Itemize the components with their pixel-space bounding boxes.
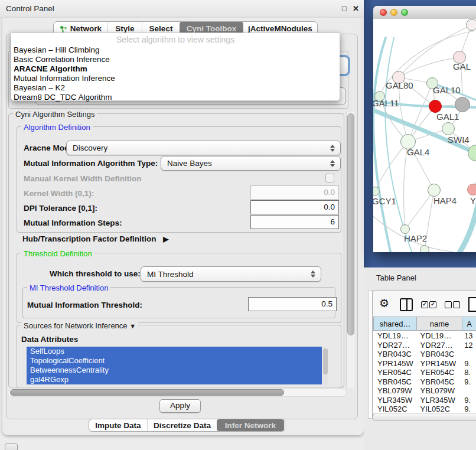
- table-horizontal-scrollbar[interactable]: [373, 413, 476, 421]
- hub-definition-label: Hub/Transcription Factor Definition: [22, 234, 157, 243]
- table-row[interactable]: YBR045CYBR045C9.: [373, 377, 476, 387]
- network-canvas[interactable]: GAL GAL80 GAL10 GAL11 GAL1 SWI4 GAL4 GCY…: [373, 19, 476, 252]
- dropdown-item-mutual-info[interactable]: Mutual Information Inference: [14, 74, 332, 83]
- attribute-item-topologicalcoefficient[interactable]: TopologicalCoefficient: [27, 356, 322, 366]
- node-gal1[interactable]: [442, 122, 455, 135]
- column-header-partial[interactable]: A: [462, 317, 476, 331]
- document-icon[interactable]: [468, 297, 476, 312]
- settings-vertical-scrollbar[interactable]: [346, 112, 354, 387]
- dropdown-placeholder: Select algorithm to view settings: [11, 35, 340, 44]
- cell-shared: YLR345W: [373, 396, 417, 405]
- dpi-tolerance-field[interactable]: 0.0: [250, 200, 339, 214]
- mi-steps-value: 6: [330, 217, 335, 226]
- cell-shared: YBR045C: [373, 377, 417, 387]
- gear-icon[interactable]: ⚙: [379, 296, 389, 310]
- node-label-hap2: HAP2: [404, 233, 427, 243]
- mi-steps-field[interactable]: 6: [250, 215, 339, 229]
- zoom-traffic-light-icon[interactable]: [401, 9, 408, 16]
- node-label-gal4: GAL4: [407, 147, 429, 157]
- table-row[interactable]: YPR145WYPR145W9.: [373, 359, 476, 369]
- sources-title-row[interactable]: Sources for Network Inference ▼: [21, 321, 138, 330]
- table-row[interactable]: YIL052CYIL052C9.: [373, 405, 476, 413]
- cell-name: YBL079W: [417, 386, 462, 396]
- node-pink-right[interactable]: [467, 184, 476, 195]
- table-row[interactable]: YBR043CYBR043C: [373, 350, 476, 359]
- tab-cyni-toolbox-label: Cyni Toolbox: [187, 24, 237, 33]
- table-row[interactable]: YER054CYER054C8.: [373, 368, 476, 377]
- dropdown-item-dream8[interactable]: Dream8 DC_TDC Algorithm: [14, 93, 332, 102]
- attribute-item-gal4rgexp[interactable]: gal4RGexp: [27, 375, 322, 384]
- cell-name: YDR27…: [417, 341, 462, 350]
- node-gray[interactable]: [455, 97, 470, 112]
- cell-value: 9.: [462, 396, 476, 405]
- node-label-gal1: GAL1: [436, 112, 459, 122]
- cell-shared: YDL19…: [373, 331, 417, 341]
- apply-button[interactable]: Apply: [159, 399, 201, 413]
- hub-definition-toggle[interactable]: Hub/Transcription Factor Definition ▶: [22, 234, 169, 243]
- tab-jactivemnodules-label: jActiveMNodules: [248, 24, 312, 33]
- tab-infer-network-label: Infer Network: [225, 421, 276, 430]
- tab-infer-network[interactable]: Infer Network: [217, 419, 284, 431]
- tab-discretize-data[interactable]: Discretize Data: [147, 419, 217, 431]
- tab-network-label: Network: [70, 24, 102, 33]
- minimized-panel-icon[interactable]: [5, 444, 18, 450]
- dropdown-item-bayesian-hill[interactable]: Bayesian – Hill Climbing: [14, 45, 332, 55]
- dropdown-item-bayesian-k2[interactable]: Bayesian – K2: [14, 83, 332, 93]
- node-label-gal: GAL: [453, 61, 471, 71]
- checked-checkbox-icon[interactable]: ✓: [429, 301, 436, 308]
- checked-checkbox-icon[interactable]: ✓: [421, 301, 428, 308]
- column-header-shared[interactable]: shared…: [373, 317, 416, 331]
- kernel-width-field[interactable]: 0.0: [250, 185, 339, 200]
- node-hap2[interactable]: [400, 224, 410, 234]
- tab-impute-data[interactable]: Impute Data: [89, 419, 147, 431]
- screen: Control Panel □ ✕ Network Style Select C…: [0, 0, 476, 450]
- unchecked-checkbox-icon[interactable]: [453, 301, 460, 308]
- node-partial-bottom[interactable]: [420, 245, 429, 252]
- dropdown-item-basic-correlation[interactable]: Basic Correlation Inference: [14, 55, 332, 64]
- table-row[interactable]: YDL19…YDL19…13: [373, 331, 476, 341]
- unchecked-checkbox-icon[interactable]: [445, 301, 452, 308]
- attribute-item-betweennesscentrality[interactable]: BetweennessCentrality: [27, 366, 322, 375]
- threshold-definition-title: Threshold Definition: [21, 249, 94, 258]
- mi-algorithm-type-select[interactable]: Naive Bayes: [161, 156, 341, 171]
- node-red-selected[interactable]: [429, 100, 442, 113]
- float-window-icon[interactable]: □: [342, 4, 347, 13]
- close-icon[interactable]: ✕: [353, 4, 359, 13]
- column-header-name[interactable]: name: [416, 317, 462, 331]
- kernel-width-value: 0.0: [324, 188, 335, 197]
- algorithm-dropdown-popup: Select algorithm to view settings Bayesi…: [11, 32, 340, 101]
- data-attributes-list: SelfLoops TopologicalCoefficient Between…: [27, 347, 322, 386]
- cell-shared: YIL052C: [373, 405, 417, 413]
- table-row[interactable]: YDR27…YDR27…12: [373, 341, 476, 350]
- kernel-width-label: Kernel Width (0,1):: [24, 189, 94, 198]
- close-traffic-light-icon[interactable]: [380, 9, 387, 16]
- node-label-hap4: HAP4: [433, 195, 457, 206]
- dpi-tolerance-value: 0.0: [324, 203, 335, 211]
- network-window-titlebar: [373, 6, 476, 19]
- which-threshold-select[interactable]: MI Threshold: [141, 266, 321, 282]
- tab-discretize-data-label: Discretize Data: [154, 421, 211, 430]
- manual-kernel-checkbox[interactable]: [325, 174, 334, 182]
- attributes-scrollbar[interactable]: [322, 347, 328, 386]
- mi-threshold-label: Mutual Information Threshold:: [27, 301, 142, 309]
- cell-value: 13: [462, 331, 476, 341]
- table-row[interactable]: YLR345WYLR345W9.: [373, 396, 476, 405]
- dpi-tolerance-label: DPI Tolerance [0,1]:: [24, 204, 97, 213]
- node-label-gal80: GAL80: [386, 80, 413, 90]
- dropdown-item-aracne[interactable]: ARACNE Algorithm: [14, 64, 332, 74]
- columns-icon[interactable]: [400, 298, 413, 311]
- mi-threshold-field[interactable]: 0.5: [248, 297, 337, 311]
- node-partial-top[interactable]: [466, 19, 476, 31]
- node-label-gcy1: GCY1: [373, 196, 396, 206]
- table-row[interactable]: YBL079WYBL079W: [373, 386, 476, 396]
- node-hap4[interactable]: [428, 184, 441, 197]
- cell-shared: YPR145W: [373, 359, 417, 369]
- control-panel-title: Control Panel: [6, 4, 54, 13]
- minimize-traffic-light-icon[interactable]: [390, 9, 397, 16]
- settings-horizontal-scrollbar[interactable]: [8, 388, 347, 397]
- expand-right-icon: ▶: [163, 235, 168, 243]
- attribute-item-selfloops[interactable]: SelfLoops: [27, 347, 322, 356]
- which-threshold-value: MI Threshold: [147, 270, 194, 279]
- aracne-mode-select[interactable]: Discovery: [66, 141, 341, 155]
- cell-value: 9.: [462, 359, 476, 369]
